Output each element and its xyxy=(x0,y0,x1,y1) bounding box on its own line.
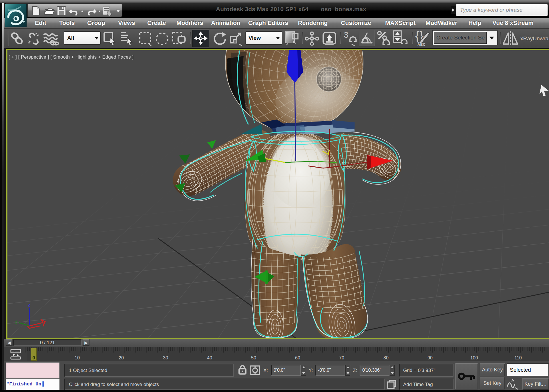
svg-text:50: 50 xyxy=(251,355,256,360)
svg-text:70: 70 xyxy=(339,355,344,360)
svg-text:z: z xyxy=(28,302,31,308)
svg-text:40: 40 xyxy=(207,355,212,360)
svg-text:ABC: ABC xyxy=(417,42,426,46)
svg-text:30: 30 xyxy=(163,355,168,360)
svg-text:[ + ] [ Perspective ] [ Smooth: [ + ] [ Perspective ] [ Smooth + Highlig… xyxy=(9,54,134,60)
svg-text:0: 0 xyxy=(33,355,35,360)
svg-text:80: 80 xyxy=(383,355,389,360)
svg-text:3: 3 xyxy=(344,30,349,39)
svg-text:10: 10 xyxy=(75,355,80,360)
svg-text:60: 60 xyxy=(295,355,300,360)
svg-text:110: 110 xyxy=(514,355,522,360)
svg-text:x: x xyxy=(15,320,17,325)
svg-text:90: 90 xyxy=(427,355,433,360)
svg-text:100: 100 xyxy=(470,355,478,360)
svg-text:20: 20 xyxy=(119,355,124,360)
